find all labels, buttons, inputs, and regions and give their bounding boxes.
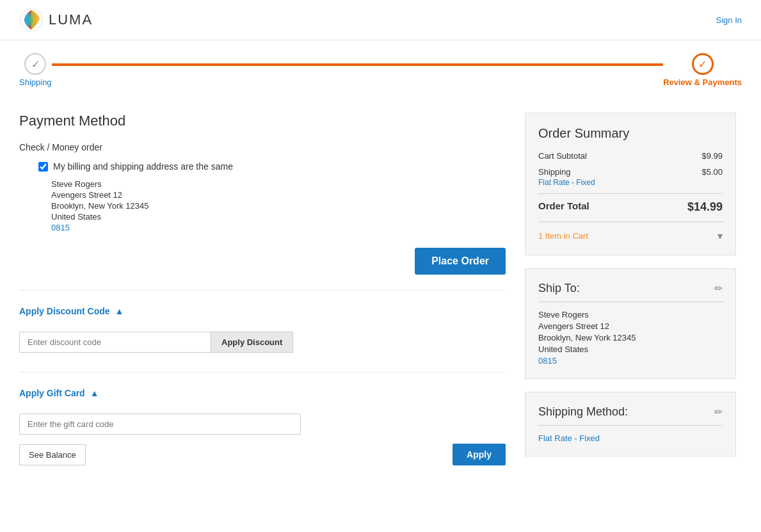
gift-card-accordion: Apply Gift Card ▲ See Balance Apply [19,379,506,478]
apply-gift-card-button[interactable]: Apply [453,444,506,465]
ship-to-title: Ship To: [538,282,580,295]
order-total-value: $14.99 [687,200,723,214]
billing-street: Avengers Street 12 [51,190,506,200]
shipping-value: $5.00 [701,167,723,177]
gift-card-section-label: Apply Gift Card [19,388,85,398]
step-review-label: Review & Payments [663,77,742,87]
ship-to-street: Avengers Street 12 [538,321,723,331]
shipping-method-divider [538,425,723,426]
divider-2 [19,372,506,373]
discount-accordion-header[interactable]: Apply Discount Code ▲ [19,297,506,325]
cart-subtotal-label: Cart Subtotal [538,151,587,161]
header: LUMA Sign In [0,0,761,40]
main-container: Payment Method Check / Money order My bi… [0,100,761,491]
ship-to-divider [538,302,723,302]
logo: LUMA [19,8,93,32]
shipping-method-header: Shipping Method: ✏ [538,405,723,419]
gift-card-accordion-header[interactable]: Apply Gift Card ▲ [19,379,506,407]
gift-card-code-input[interactable] [19,414,301,435]
brand-name: LUMA [49,12,93,28]
left-panel: Payment Method Check / Money order My bi… [19,113,506,478]
ship-to-header: Ship To: ✏ [538,282,723,295]
cart-subtotal-value: $9.99 [701,151,723,161]
payment-method-title: Payment Method [19,113,506,129]
gift-card-buttons-row: See Balance Apply [19,444,506,465]
step-review-circle: ✓ [692,53,714,75]
order-total-row: Order Total $14.99 [538,193,723,214]
shipping-method-value: Flat Rate - Fixed [538,433,723,443]
ship-to-phone: 0815 [538,356,723,366]
shipping-row: Shipping $5.00 [538,167,723,177]
ship-to-name: Steve Rogers [538,310,723,319]
place-order-row: Place Order [19,248,506,275]
items-in-cart-toggle[interactable]: 1 Item in Cart ▾ [538,222,723,242]
payment-method-label: Check / Money order [19,142,506,152]
billing-name: Steve Rogers [51,179,506,189]
gift-card-section-body: See Balance Apply [19,407,506,478]
discount-chevron-up-icon: ▲ [115,306,124,316]
billing-country: United States [51,212,506,222]
billing-phone: 0815 [51,223,506,232]
discount-section-body: Apply Discount [19,325,506,366]
order-summary-box: Order Summary Cart Subtotal $9.99 Shippi… [525,113,736,255]
order-total-label: Order Total [538,200,589,214]
apply-discount-button[interactable]: Apply Discount [211,332,293,353]
step-shipping: ✓ Shipping [19,53,52,87]
progress-bar: ✓ Shipping ✓ Review & Payments [0,40,761,100]
items-in-cart-label: 1 Item in Cart [538,231,588,241]
billing-city-state: Brooklyn, New York 12345 [51,201,506,211]
billing-address-block: Steve Rogers Avengers Street 12 Brooklyn… [19,179,506,232]
step-line-1 [52,63,664,66]
same-address-label: My billing and shipping address are the … [53,161,233,172]
items-in-cart-chevron-icon: ▾ [717,230,723,242]
divider-1 [19,290,506,291]
shipping-method-title: Shipping Method: [538,405,628,419]
place-order-button[interactable]: Place Order [415,248,506,275]
shipping-method-edit-icon[interactable]: ✏ [714,406,723,418]
see-balance-button[interactable]: See Balance [19,444,86,465]
shipping-method-sub: Flat Rate - Fixed [538,178,723,187]
shipping-label: Shipping [538,167,571,177]
same-address-checkbox[interactable] [38,162,48,172]
gift-card-chevron-up-icon: ▲ [90,388,99,398]
step-review: ✓ Review & Payments [663,53,742,87]
discount-section-label: Apply Discount Code [19,306,110,316]
cart-subtotal-row: Cart Subtotal $9.99 [538,151,723,161]
ship-to-country: United States [538,344,723,354]
same-address-row: My billing and shipping address are the … [19,161,506,172]
ship-to-section: Ship To: ✏ Steve Rogers Avengers Street … [525,268,736,379]
order-summary-title: Order Summary [538,126,723,141]
ship-to-city-state: Brooklyn, New York 12345 [538,333,723,343]
luma-logo-icon [19,8,44,32]
step-shipping-circle: ✓ [24,53,46,75]
step-shipping-label: Shipping [19,77,52,87]
discount-input-row: Apply Discount [19,332,506,353]
right-panel: Order Summary Cart Subtotal $9.99 Shippi… [525,113,736,478]
shipping-method-section: Shipping Method: ✏ Flat Rate - Fixed [525,392,736,456]
sign-in-link[interactable]: Sign In [716,15,742,25]
discount-accordion: Apply Discount Code ▲ Apply Discount [19,297,506,366]
discount-code-input[interactable] [19,332,211,353]
ship-to-edit-icon[interactable]: ✏ [714,282,723,294]
